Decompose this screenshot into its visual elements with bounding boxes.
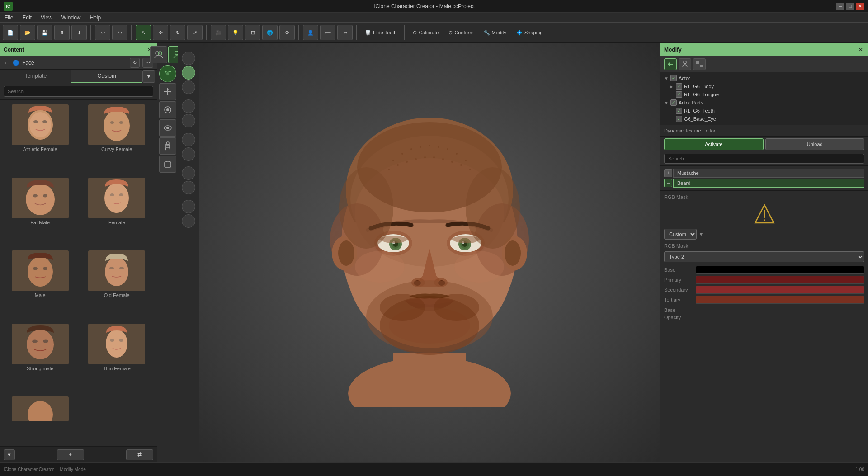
tabs-expand-button[interactable]: ▼ [142, 70, 155, 83]
face-detail-button[interactable] [159, 156, 176, 173]
right-tab-arrows[interactable] [664, 58, 677, 70]
open-button[interactable]: 📂 [20, 25, 35, 40]
tree-checkbox-parts[interactable]: ✓ [670, 99, 677, 106]
custom-tab[interactable]: Custom [71, 70, 143, 83]
hide-teeth-button[interactable]: 🦷 Hide Teeth [361, 25, 401, 40]
calibrate-button[interactable]: ⊕ Calibrate [409, 25, 443, 40]
light-button[interactable]: 💡 [228, 25, 243, 40]
toolbar-separator-5 [356, 25, 357, 40]
col2-btn-8[interactable] [182, 166, 195, 180]
primary-color-swatch[interactable] [696, 276, 864, 284]
tree-checkbox-eye[interactable]: ✓ [676, 116, 682, 122]
menu-window[interactable]: Window [60, 14, 83, 22]
export-button[interactable]: ⬇ [71, 25, 87, 40]
tree-item-actor[interactable]: ▼ ✓ Actor [660, 74, 868, 82]
list-item[interactable]: Male [3, 249, 78, 320]
add-content-button[interactable]: ＋ [57, 449, 84, 460]
maximize-button[interactable]: □ [846, 3, 854, 10]
modify-panel-close[interactable]: ✕ [857, 46, 864, 53]
back-arrow-icon[interactable]: ← [4, 59, 10, 66]
undo-button[interactable]: ↩ [95, 25, 110, 40]
list-item[interactable]: Thin Female [80, 322, 155, 393]
menu-view[interactable]: View [39, 14, 54, 22]
menu-edit[interactable]: Edit [20, 14, 33, 22]
template-tab[interactable]: Template [0, 70, 71, 83]
group-icon-button[interactable] [150, 46, 167, 63]
custom-select[interactable]: Custom [664, 229, 697, 240]
tree-item-body[interactable]: ▶ ✓ RL_G6_Body [660, 82, 868, 90]
save-button[interactable]: 💾 [37, 25, 52, 40]
icon-col2 [178, 43, 199, 462]
menu-help[interactable]: Help [88, 14, 103, 22]
viewport[interactable] [199, 43, 660, 462]
tree-item-eye[interactable]: ▶ ✓ G6_Base_Eye [660, 115, 868, 123]
scale-tool-button[interactable]: ⤢ [187, 25, 203, 40]
tree-item-teeth[interactable]: ▶ ✓ RL_G6_Teeth [660, 107, 868, 115]
content-search-input[interactable] [4, 86, 153, 97]
col2-btn-10[interactable] [182, 200, 195, 213]
unload-button[interactable]: Unload [765, 138, 865, 150]
col2-btn-3[interactable] [182, 80, 195, 94]
col2-btn-5[interactable] [182, 114, 195, 127]
conform-button[interactable]: ⊙ Conform [444, 25, 477, 40]
list-item[interactable]: Fat Male [3, 176, 78, 247]
tertiary-color-swatch[interactable] [696, 296, 864, 304]
globe-button[interactable]: 🌐 [262, 25, 278, 40]
close-button[interactable]: ✕ [856, 3, 864, 10]
activate-button[interactable]: Activate [664, 138, 764, 150]
col2-btn-4[interactable] [182, 99, 195, 113]
minimize-button[interactable]: ─ [836, 3, 844, 10]
col2-btn-2[interactable] [182, 66, 195, 80]
list-item[interactable]: Athletic Female [3, 103, 78, 174]
brush-button[interactable] [159, 101, 176, 118]
col2-btn-1[interactable] [182, 52, 195, 65]
scroll-down-button[interactable]: ▼ [4, 449, 15, 460]
breadcrumb-refresh[interactable]: ↻ [130, 58, 140, 68]
right-tab-person[interactable] [679, 58, 691, 70]
list-item[interactable]: Curvy Female [80, 103, 155, 174]
import-button[interactable]: ⬆ [54, 25, 70, 40]
right-panel-search-input[interactable] [664, 154, 864, 164]
col2-btn-6[interactable] [182, 133, 195, 146]
move-mode-button[interactable] [159, 83, 176, 100]
list-item[interactable]: Female [80, 176, 155, 247]
list-item[interactable]: Old Female [80, 249, 155, 320]
beard-expand-button[interactable]: − [664, 179, 672, 187]
character-button[interactable]: 👤 [303, 25, 318, 40]
mirror-button[interactable]: ⟺ [320, 25, 335, 40]
tree-item-actor-parts[interactable]: ▼ ✓ Actor Parts [660, 99, 868, 107]
eye-button[interactable] [159, 119, 176, 137]
tree-item-tongue[interactable]: ▶ ✓ RL_G6_Tongue [660, 90, 868, 99]
tree-checkbox-teeth[interactable]: ✓ [676, 108, 682, 114]
move-tool-button[interactable]: ✛ [153, 25, 168, 40]
shaping-button[interactable]: 💠 Shaping [512, 25, 547, 40]
sym-button[interactable]: ⇔ [337, 25, 353, 40]
camera-button[interactable]: 🎥 [211, 25, 226, 40]
grid-button[interactable]: ⊞ [245, 25, 260, 40]
select-tool-button[interactable]: ↖ [136, 25, 151, 40]
tree-checkbox-tongue[interactable]: ✓ [676, 91, 682, 98]
tree-checkbox-body[interactable]: ✓ [676, 83, 682, 90]
col2-btn-9[interactable] [182, 181, 195, 194]
tree-checkbox-actor[interactable]: ✓ [670, 75, 677, 81]
rotate-tool-button[interactable]: ↻ [170, 25, 185, 40]
svg-point-17 [109, 267, 114, 269]
svg-point-7 [26, 184, 55, 215]
col2-btn-7[interactable] [182, 147, 195, 161]
body-button[interactable] [159, 137, 176, 155]
mustache-expand-button[interactable]: + [664, 169, 672, 177]
modify-button[interactable]: 🔧 Modify [480, 25, 510, 40]
menu-file[interactable]: File [3, 14, 15, 22]
new-button[interactable]: 📄 [3, 25, 18, 40]
rotate-cam-button[interactable]: ⟳ [279, 25, 295, 40]
rgb-mask-type-select[interactable]: Type 2 [664, 251, 864, 262]
right-tab-checker[interactable] [693, 58, 706, 70]
list-item[interactable]: Strong male [3, 322, 78, 393]
redo-button[interactable]: ↪ [112, 25, 127, 40]
base-color-swatch[interactable] [696, 266, 864, 274]
col2-btn-11[interactable] [182, 214, 195, 228]
secondary-color-swatch[interactable] [696, 286, 864, 294]
import-content-button[interactable]: ⇄ [126, 449, 153, 460]
list-item[interactable] [3, 395, 78, 443]
rotate-mode-button[interactable] [159, 65, 176, 82]
